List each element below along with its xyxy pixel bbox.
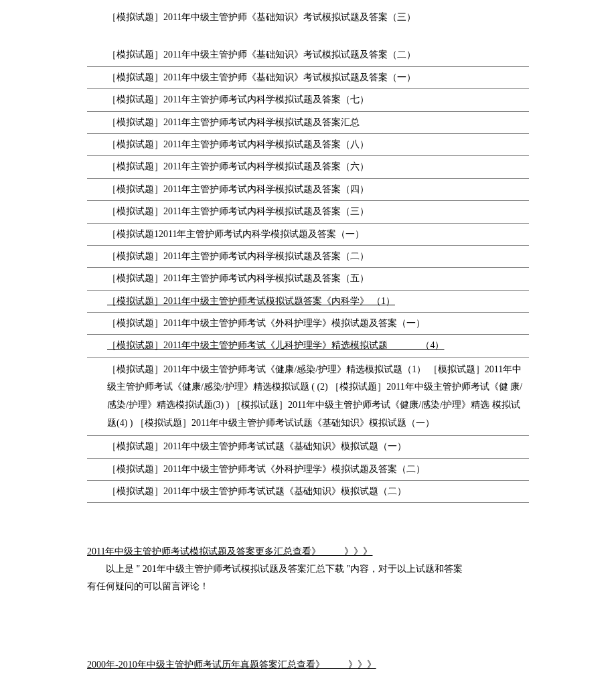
note-text-line2: 有任何疑问的可以留言评论！ xyxy=(87,578,529,596)
list-item[interactable]: ［模拟试题］2011年中级主管护师考试《儿科护理学》精选模拟试题 （4） xyxy=(87,335,529,357)
summary-link-2000-2010[interactable]: 2000年-2010年中级主管护师考试历年真题答案汇总查看》 》》》 xyxy=(87,656,529,673)
list-item[interactable]: ［模拟试题］2011年中级主管护师考试试题《基础知识》模拟试题（一） xyxy=(87,436,529,458)
paragraph-links[interactable]: ［模拟试题］2011年中级主管护师考试《健康/感染/护理》精选模拟试题（1） ［… xyxy=(87,358,529,436)
note-text-line1: 以上是 " 201年中级主管护师考试模拟试题及答案汇总下载 "内容，对于以上试题… xyxy=(87,560,529,579)
summary-link-2011[interactable]: 2011年中级主管护师考试模拟试题及答案更多汇总查看》 》》》 xyxy=(87,543,529,560)
list-item[interactable]: ［模拟试题12011年主管护师考试内科学模拟试题及答案（一） xyxy=(87,224,529,246)
list-item[interactable]: ［模拟试题］2011年中级主管护师《基础知识》考试模拟试题及答案（二） xyxy=(87,44,529,66)
list-item[interactable]: ［模拟试题］2011年中级主管护师《基础知识》考试模拟试题及答案（一） xyxy=(87,67,529,89)
link-text: ［模拟试题］2011年中级主管护师考试《儿科护理学》精选模拟试题 （4） xyxy=(107,340,444,350)
exam-links-list: ［模拟试题］2011年中级主管护师《基础知识》考试模拟试题及答案（三） ［模拟试… xyxy=(87,7,529,503)
list-item[interactable]: ［模拟试题］2011年主管护师考试内科学模拟试题及答案汇总 xyxy=(87,112,529,134)
list-item[interactable]: ［模拟试题］2011年中级主管护师《基础知识》考试模拟试题及答案（三） xyxy=(87,7,529,28)
link-text: ［模拟试题］2011年中级主管护师考试模拟试题答案《内科学》 （1） xyxy=(107,296,395,306)
list-item[interactable]: ［模拟试题］2011年主管护师考试内科学模拟试题及答案（五） xyxy=(87,268,529,290)
list-item[interactable]: ［模拟试题］2011年中级主管护师考试《外科护理学》模拟试题及答案（二） xyxy=(87,459,529,481)
list-item[interactable]: ［模拟试题］2011年中级主管护师考试试题《基础知识》模拟试题（二） xyxy=(87,481,529,503)
list-item[interactable]: ［模拟试题］2011年主管护师考试内科学模拟试题及答案（七） xyxy=(87,89,529,111)
list-item[interactable]: ［模拟试题］2011年中级主管护师考试《外科护理学》模拟试题及答案（一） xyxy=(87,313,529,335)
list-item[interactable]: ［模拟试题］2011年主管护师考试内科学模拟试题及答案（八） xyxy=(87,134,529,156)
list-item[interactable]: ［模拟试题］2011年主管护师考试内科学模拟试题及答案（三） xyxy=(87,201,529,223)
document-content: ［模拟试题］2011年中级主管护师《基础知识》考试模拟试题及答案（三） ［模拟试… xyxy=(87,7,529,681)
list-item[interactable]: ［模拟试题］2011年主管护师考试内科学模拟试题及答案（二） xyxy=(87,246,529,268)
list-item[interactable]: ［模拟试题］2011年中级主管护师考试模拟试题答案《内科学》 （1） xyxy=(87,291,529,313)
list-item[interactable]: ［模拟试题］2011年主管护师考试内科学模拟试题及答案（四） xyxy=(87,179,529,201)
list-item[interactable]: ［模拟试题］2011年主管护师考试内科学模拟试题及答案（六） xyxy=(87,156,529,178)
